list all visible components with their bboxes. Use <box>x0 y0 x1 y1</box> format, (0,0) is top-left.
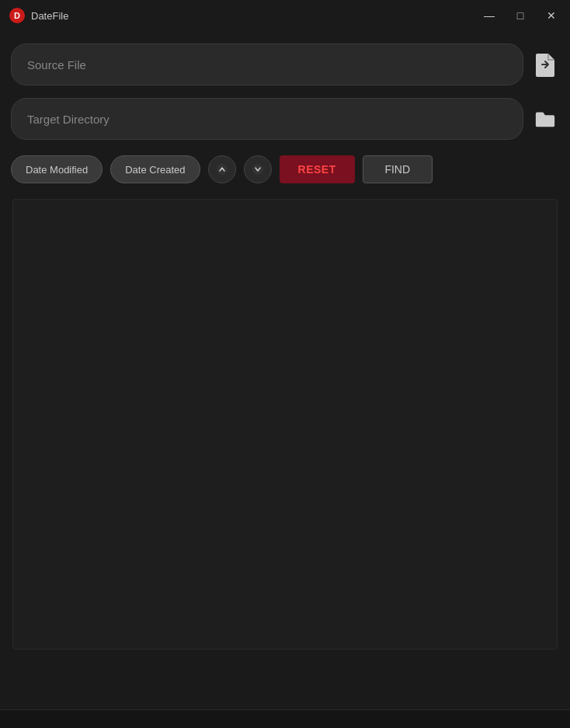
target-directory-browse-button[interactable] <box>531 105 559 133</box>
maximize-button[interactable]: □ <box>511 6 530 25</box>
app-title: DateFile <box>31 10 68 22</box>
target-directory-row <box>11 98 559 140</box>
title-bar-controls: — □ ✕ <box>480 6 561 25</box>
results-area <box>12 199 558 650</box>
main-content: Date Modified Date Created RESET FIND <box>0 31 570 662</box>
file-with-arrow-icon <box>534 52 556 77</box>
svg-point-0 <box>217 164 228 175</box>
app-icon: D <box>9 8 25 23</box>
folder-icon <box>534 109 556 129</box>
chevron-up-icon <box>217 164 228 175</box>
date-created-button[interactable]: Date Created <box>110 155 200 183</box>
source-file-row <box>11 44 559 85</box>
target-directory-input[interactable] <box>11 98 523 140</box>
close-button[interactable]: ✕ <box>542 6 561 25</box>
chevron-down-icon <box>252 164 263 175</box>
source-file-browse-button[interactable] <box>531 51 559 78</box>
arrow-up-button[interactable] <box>208 155 236 183</box>
controls-row: Date Modified Date Created RESET FIND <box>11 152 559 186</box>
source-file-input[interactable] <box>11 44 523 85</box>
date-modified-button[interactable]: Date Modified <box>11 155 103 183</box>
arrow-down-button[interactable] <box>244 155 272 183</box>
title-bar-left: D DateFile <box>9 8 68 23</box>
minimize-button[interactable]: — <box>480 6 499 25</box>
title-bar: D DateFile — □ ✕ <box>0 0 570 31</box>
status-bar <box>0 709 570 728</box>
find-button[interactable]: FIND <box>363 155 433 183</box>
reset-button[interactable]: RESET <box>280 155 355 183</box>
svg-point-1 <box>252 164 263 175</box>
